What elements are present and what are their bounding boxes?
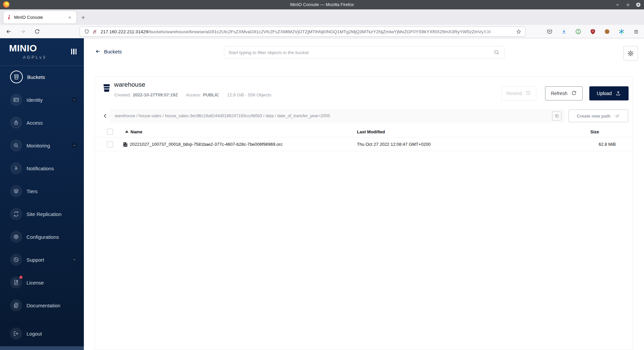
copy-icon bbox=[554, 114, 559, 119]
ublock-origin-icon[interactable] bbox=[588, 27, 597, 36]
window-minimize-icon[interactable] bbox=[614, 1, 621, 8]
sidebar-item-label: Buckets bbox=[27, 74, 45, 80]
menu-hamburger-icon[interactable] bbox=[631, 27, 641, 36]
lock-icon bbox=[10, 117, 22, 129]
bookmark-star-icon[interactable] bbox=[515, 28, 523, 36]
column-header-name[interactable]: Name bbox=[130, 127, 142, 137]
back-icon[interactable] bbox=[4, 27, 13, 36]
sidebar-item-monitoring[interactable]: Monitoring bbox=[0, 134, 84, 157]
pocket-icon[interactable] bbox=[545, 27, 554, 36]
tab-close-icon[interactable] bbox=[66, 14, 73, 21]
asterisk-extension-icon[interactable] bbox=[617, 27, 626, 36]
sidebar-item-label: Support bbox=[26, 257, 44, 263]
row-checkbox[interactable] bbox=[107, 141, 113, 147]
sidebar-item-documentation[interactable]: Documentation bbox=[0, 294, 84, 317]
bucket-browser-card: warehouse Created:2022-10-27T09:57:19ZAc… bbox=[95, 77, 633, 350]
magnifier-plus-icon bbox=[10, 139, 22, 151]
table-row[interactable]: 20221027_100737_00018_b8xji-7581bae2-377… bbox=[95, 138, 633, 151]
window-close-icon[interactable] bbox=[635, 1, 642, 8]
window-maximize-icon[interactable] bbox=[624, 1, 632, 8]
gear-icon bbox=[10, 231, 22, 243]
bucket-meta: Created:2022-10-27T09:57:19ZAccess:PUBLI… bbox=[114, 92, 271, 97]
sidebar-item-access[interactable]: Access bbox=[0, 111, 84, 134]
sidebar-collapse-icon[interactable] bbox=[71, 49, 77, 54]
bucket-icon bbox=[10, 71, 23, 83]
create-new-path-button[interactable]: Create new path bbox=[569, 110, 628, 122]
sidebar-item-site-replication[interactable]: Site Replication bbox=[0, 203, 84, 225]
rewind-button[interactable]: Rewind bbox=[501, 86, 536, 100]
path-slashes-icon bbox=[613, 113, 620, 119]
column-header-size[interactable]: Size bbox=[590, 127, 599, 137]
sidebar-item-notifications[interactable]: λ Notifications bbox=[0, 157, 84, 180]
sidebar-item-label: Tiers bbox=[26, 188, 38, 194]
url-host: 217.160.222.211:31429 bbox=[101, 29, 148, 34]
upload-button[interactable]: Upload bbox=[589, 86, 629, 100]
gear-icon bbox=[627, 50, 634, 57]
sidebar-item-label: Logout bbox=[26, 331, 42, 337]
url-bar[interactable]: 217.160.222.211:31429/buckets/warehouse/… bbox=[79, 27, 526, 37]
sync-arrows-icon bbox=[10, 208, 22, 220]
column-header-last-modified[interactable]: Last Modified bbox=[357, 127, 385, 137]
minio-logo: MINIO bbox=[9, 43, 37, 54]
license-document-icon bbox=[10, 276, 22, 289]
reload-icon[interactable] bbox=[32, 27, 42, 36]
search-input[interactable] bbox=[228, 50, 493, 55]
sidebar-item-label: Configurations bbox=[26, 234, 59, 240]
sidebar-item-identity[interactable]: Identity bbox=[0, 88, 84, 111]
copy-path-button[interactable] bbox=[552, 111, 561, 121]
chevron-up-icon[interactable] bbox=[72, 143, 77, 148]
objects-table-header: Name Last Modified Size bbox=[95, 127, 633, 137]
bucket-usage: 12.6 GiB - 558 Objects bbox=[227, 92, 271, 97]
sidebar-item-logout[interactable]: Logout bbox=[0, 322, 84, 345]
sidebar-item-support[interactable]: Support bbox=[0, 248, 84, 271]
select-all-checkbox[interactable] bbox=[107, 129, 113, 135]
sidebar-item-label: Site Replication bbox=[26, 211, 61, 217]
chevron-up-icon[interactable] bbox=[72, 97, 77, 102]
tab-title: MinIO Console bbox=[14, 15, 66, 20]
left-arrow-icon bbox=[95, 48, 101, 54]
shield-icon[interactable] bbox=[83, 28, 91, 36]
sidebar-item-tiers[interactable]: Tiers bbox=[0, 180, 84, 203]
license-alert-badge bbox=[19, 276, 22, 279]
refresh-button[interactable]: Refresh bbox=[545, 86, 583, 100]
sidebar-item-configurations[interactable]: Configurations bbox=[0, 225, 84, 248]
tab-minio-console[interactable]: MinIO Console bbox=[3, 11, 76, 24]
upload-button-label: Upload bbox=[597, 91, 611, 96]
chevron-up-icon[interactable] bbox=[72, 257, 77, 262]
sort-ascending-icon[interactable] bbox=[125, 130, 128, 133]
sidebar-item-label: Access bbox=[26, 120, 43, 126]
downloads-icon[interactable] bbox=[559, 27, 569, 36]
breadcrumb-row: warehouse / house-sales / house_sales-3e… bbox=[101, 109, 565, 123]
back-label: Buckets bbox=[104, 49, 122, 54]
refresh-icon bbox=[571, 90, 577, 96]
extension-green-icon[interactable] bbox=[574, 27, 583, 36]
sidebar-item-buckets[interactable]: Buckets bbox=[0, 65, 84, 88]
sidebar-item-license[interactable]: License bbox=[0, 271, 84, 294]
search-icon bbox=[493, 49, 500, 56]
bucket-icon bbox=[102, 83, 112, 93]
browser-toolbar: 217.160.222.211:31429/buckets/warehouse/… bbox=[0, 25, 644, 38]
object-name: 20221027_100737_00018_b8xji-7581bae2-377… bbox=[130, 138, 282, 151]
breadcrumb-bar: warehouse / house-sales / house_sales-3e… bbox=[110, 109, 565, 123]
sidebar-item-label: Identity bbox=[26, 97, 43, 103]
main-content: Buckets warehouse Created:2022-10-27T09:… bbox=[84, 38, 644, 350]
forward-icon[interactable] bbox=[18, 27, 28, 36]
breadcrumb-path[interactable]: warehouse / house-sales / house_sales-3e… bbox=[115, 114, 549, 118]
window-title: MinIO Console — Mozilla Firefox bbox=[0, 0, 644, 9]
object-size: 62.8 MiB bbox=[599, 138, 616, 151]
object-last-modified: Thu Oct 27 2022 12:08:47 GMT+0200 bbox=[357, 138, 431, 151]
bucket-settings-button[interactable] bbox=[623, 46, 638, 60]
insecure-lock-icon[interactable] bbox=[91, 28, 99, 36]
created-value: 2022-10-27T09:57:19Z bbox=[133, 92, 178, 97]
sidebar-bottom-strip bbox=[0, 346, 84, 350]
cookie-icon[interactable] bbox=[602, 27, 612, 36]
object-file-icon bbox=[123, 142, 128, 147]
minio-favicon-flamingo-icon bbox=[7, 15, 11, 20]
refresh-button-label: Refresh bbox=[551, 91, 567, 96]
breadcrumb-back-chevron-icon[interactable] bbox=[101, 109, 110, 123]
new-tab-button[interactable] bbox=[78, 13, 88, 22]
back-to-buckets-link[interactable]: Buckets bbox=[95, 48, 122, 54]
license-tag: AGPLv3 bbox=[23, 55, 47, 60]
sidebar-item-label: Notifications bbox=[26, 166, 54, 171]
browser-tabbar: MinIO Console bbox=[0, 9, 644, 25]
